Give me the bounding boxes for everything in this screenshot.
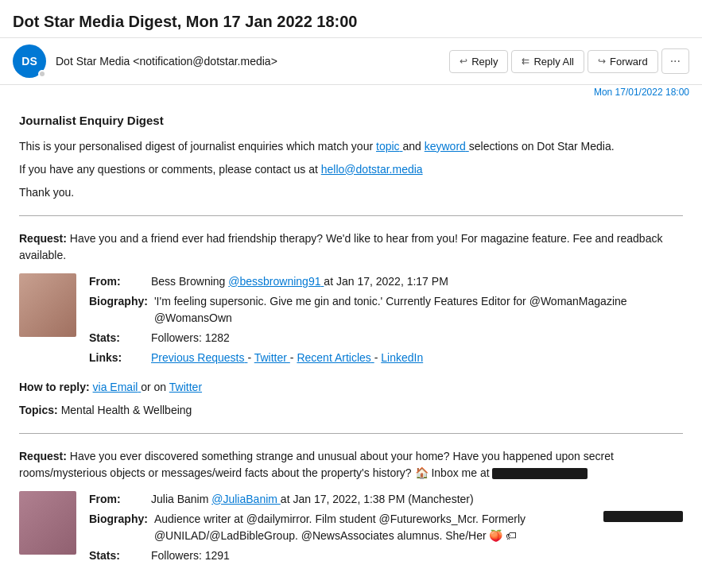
biography-row-1: Biography: 'I'm feeling supersonic. Give… xyxy=(89,293,683,327)
stats-row-1: Stats: Followers: 1282 xyxy=(89,330,683,346)
stats-row-2: Stats: Followers: 1291 xyxy=(89,547,683,564)
request-text-2: Request: Have you ever discovered someth… xyxy=(19,448,683,482)
topic-link[interactable]: topic xyxy=(376,140,402,153)
reply-label: Reply xyxy=(471,56,498,68)
from-row-2: From: Julia Banim @JuliaBanim at Jan 17,… xyxy=(89,491,683,508)
journalist-card-2: From: Julia Banim @JuliaBanim at Jan 17,… xyxy=(19,491,683,567)
email-title: Dot Star Media Digest, Mon 17 Jan 2022 1… xyxy=(0,0,702,38)
from-value-2: Julia Banim @JuliaBanim at Jan 17, 2022,… xyxy=(151,491,683,508)
reply-all-button[interactable]: ⇇ Reply All xyxy=(511,50,584,73)
link-sep-1: - xyxy=(247,351,254,364)
from-handle-link-1[interactable]: @bessbrowning91 xyxy=(228,275,324,288)
thank-you: Thank you. xyxy=(19,184,683,201)
email-toolbar: DS Dot Star Media <notification@dotstar.… xyxy=(0,38,702,85)
journalist-card-1: From: Bess Browning @bessbrowning91 at J… xyxy=(19,273,683,369)
request-text-1: Request: Have you and a friend ever had … xyxy=(19,230,683,264)
from-label-1: From: xyxy=(89,273,145,290)
bio-value-1: 'I'm feeling supersonic. Give me gin and… xyxy=(154,293,683,327)
topics-label-1: Topics: xyxy=(19,404,58,416)
sender-info: DS Dot Star Media <notification@dotstar.… xyxy=(13,44,449,78)
email-date: Mon 17/01/2022 18:00 xyxy=(0,85,702,103)
from-handle-link-2[interactable]: @JuliaBanim xyxy=(211,493,281,505)
journalist-photo-2 xyxy=(19,491,76,555)
intro-paragraph-2: If you have any questions or comments, p… xyxy=(19,161,683,178)
from-date-2: Jan 17, 2022, 1:38 PM (Manchester) xyxy=(293,493,473,505)
topics-row-1: Topics: Mental Health & Wellbeing xyxy=(19,402,683,419)
forward-button[interactable]: ↪ Forward xyxy=(588,50,658,73)
links-value-1: Previous Requests - Twitter - Recent Art… xyxy=(151,350,683,366)
from-date-1: Jan 17, 2022, 1:17 PM xyxy=(336,275,448,288)
reply-all-icon: ⇇ xyxy=(522,56,529,67)
stats-label-2: Stats: xyxy=(89,547,145,564)
avatar: DS xyxy=(13,44,46,78)
how-email-link-1[interactable]: via Email xyxy=(93,381,142,393)
email-body: Journalist Enquiry Digest This is your p… xyxy=(0,103,702,588)
keyword-link[interactable]: keyword xyxy=(425,140,469,153)
request-block-1: Request: Have you and a friend ever had … xyxy=(19,230,683,419)
bio-value-2: Audience writer at @dailymirror. Film st… xyxy=(154,511,597,544)
more-button[interactable]: ··· xyxy=(661,48,689,74)
stats-label-1: Stats: xyxy=(89,330,145,346)
recent-articles-link[interactable]: Recent Articles xyxy=(297,351,374,364)
request-label-1: Request: xyxy=(19,232,67,245)
journalist-details-2: From: Julia Banim @JuliaBanim at Jan 17,… xyxy=(89,491,683,567)
reply-all-label: Reply All xyxy=(533,56,574,68)
from-name-1: Bess Browning xyxy=(151,275,225,288)
sender-display: Dot Star Media <notification@dotstar.med… xyxy=(56,55,277,68)
twitter-link-1[interactable]: Twitter xyxy=(254,351,290,364)
from-label-2: From: xyxy=(89,491,145,508)
request-block-2: Request: Have you ever discovered someth… xyxy=(19,448,683,567)
forward-label: Forward xyxy=(610,56,648,68)
bio-label-1: Biography: xyxy=(89,293,148,327)
redacted-contact-1 xyxy=(492,468,588,479)
from-at-2: at xyxy=(281,493,293,505)
previous-requests-link[interactable]: Previous Requests xyxy=(151,351,247,364)
journalist-photo-1 xyxy=(19,273,76,337)
divider-2 xyxy=(19,433,683,434)
avatar-initials: DS xyxy=(21,55,37,68)
links-row-1: Links: Previous Requests - Twitter - Rec… xyxy=(89,350,683,366)
forward-icon: ↪ xyxy=(598,56,606,67)
from-name-2: Julia Banim xyxy=(151,493,208,505)
journalist-details-1: From: Bess Browning @bessbrowning91 at J… xyxy=(89,273,683,369)
from-at-1: at xyxy=(324,275,336,288)
reply-icon: ↩ xyxy=(460,56,467,67)
from-row-1: From: Bess Browning @bessbrowning91 at J… xyxy=(89,273,683,290)
contact-email-link[interactable]: hello@dotstar.media xyxy=(321,163,423,176)
bio-label-2: Biography: xyxy=(89,511,148,544)
toolbar-buttons: ↩ Reply ⇇ Reply All ↪ Forward ··· xyxy=(449,48,689,74)
avatar-status-dot xyxy=(38,70,46,78)
stats-value-2: Followers: 1291 xyxy=(151,547,683,564)
how-twitter-link-1[interactable]: Twitter xyxy=(169,381,202,393)
intro-paragraph-1: This is your personalised digest of jour… xyxy=(19,138,683,155)
link-sep-3: - xyxy=(374,351,382,364)
from-value-1: Bess Browning @bessbrowning91 at Jan 17,… xyxy=(151,273,683,290)
divider-1 xyxy=(19,215,683,216)
biography-row-2: Biography: Audience writer at @dailymirr… xyxy=(89,511,683,544)
stats-value-1: Followers: 1282 xyxy=(151,330,683,346)
reply-button[interactable]: ↩ Reply xyxy=(449,50,508,73)
links-label-1: Links: xyxy=(89,350,145,366)
how-label-1: How to reply: xyxy=(19,381,90,393)
linkedin-link[interactable]: LinkedIn xyxy=(381,351,423,364)
digest-heading: Journalist Enquiry Digest xyxy=(19,112,683,130)
redacted-bio-link xyxy=(603,511,683,522)
request-label-2: Request: xyxy=(19,450,67,462)
intro1-text: This is your personalised digest of jour… xyxy=(19,140,373,153)
how-to-reply-1: How to reply: via Email or on Twitter xyxy=(19,379,683,396)
